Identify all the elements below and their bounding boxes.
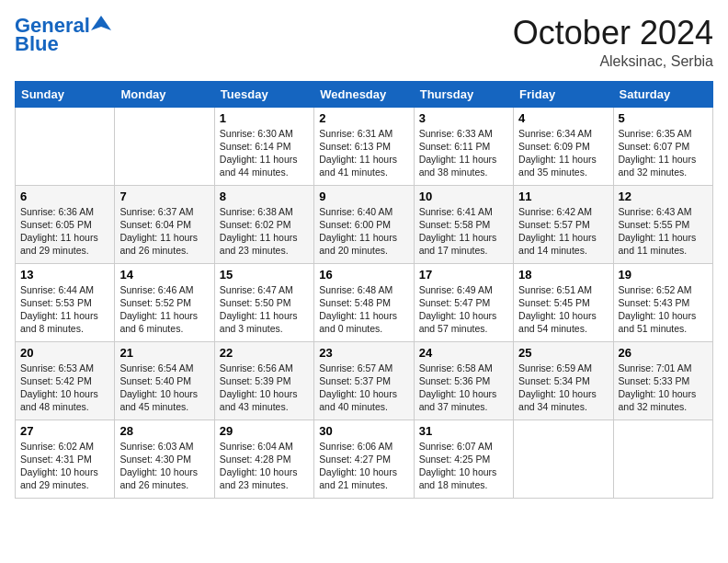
day-info: Sunrise: 6:43 AMSunset: 5:55 PMDaylight:… <box>619 205 708 258</box>
day-info: Sunrise: 6:53 AMSunset: 5:42 PMDaylight:… <box>20 362 109 414</box>
weekday-header-saturday: Saturday <box>613 81 712 107</box>
day-number: 31 <box>419 424 508 438</box>
day-info: Sunrise: 6:33 AMSunset: 6:11 PMDaylight:… <box>419 127 508 179</box>
day-info: Sunrise: 6:37 AMSunset: 6:04 PMDaylight:… <box>119 205 209 258</box>
day-info: Sunrise: 6:56 AMSunset: 5:39 PMDaylight:… <box>220 362 309 414</box>
logo-text-blue: Blue <box>15 33 59 55</box>
day-info: Sunrise: 6:49 AMSunset: 5:47 PMDaylight:… <box>419 283 508 336</box>
day-number: 28 <box>119 424 209 438</box>
calendar-week-5: 27Sunrise: 6:02 AMSunset: 4:31 PMDayligh… <box>16 419 713 498</box>
day-number: 8 <box>220 190 309 203</box>
day-number: 19 <box>619 268 708 282</box>
day-number: 20 <box>20 346 109 360</box>
calendar-cell: 2Sunrise: 6:31 AMSunset: 6:13 PMDaylight… <box>314 107 414 185</box>
location: Aleksinac, Serbia <box>513 53 713 70</box>
day-number: 23 <box>319 346 408 360</box>
calendar-cell: 3Sunrise: 6:33 AMSunset: 6:11 PMDaylight… <box>414 107 513 185</box>
day-info: Sunrise: 6:41 AMSunset: 5:58 PMDaylight:… <box>419 205 508 258</box>
day-info: Sunrise: 6:38 AMSunset: 6:02 PMDaylight:… <box>220 205 309 258</box>
calendar-week-2: 6Sunrise: 6:36 AMSunset: 6:05 PMDaylight… <box>16 185 713 263</box>
day-number: 27 <box>20 424 109 438</box>
calendar-cell: 11Sunrise: 6:42 AMSunset: 5:57 PMDayligh… <box>514 185 613 263</box>
day-info: Sunrise: 6:44 AMSunset: 5:53 PMDaylight:… <box>20 283 109 336</box>
day-info: Sunrise: 6:42 AMSunset: 5:57 PMDaylight:… <box>518 205 608 258</box>
day-number: 30 <box>319 424 408 438</box>
weekday-header-tuesday: Tuesday <box>214 81 313 107</box>
day-info: Sunrise: 6:51 AMSunset: 5:45 PMDaylight:… <box>518 283 608 336</box>
calendar-table: SundayMondayTuesdayWednesdayThursdayFrid… <box>15 81 713 499</box>
day-number: 10 <box>419 190 508 203</box>
day-number: 16 <box>319 268 408 282</box>
day-info: Sunrise: 6:47 AMSunset: 5:50 PMDaylight:… <box>220 283 309 336</box>
calendar-cell: 5Sunrise: 6:35 AMSunset: 6:07 PMDaylight… <box>613 107 712 185</box>
calendar-cell: 19Sunrise: 6:52 AMSunset: 5:43 PMDayligh… <box>613 263 712 341</box>
day-info: Sunrise: 6:59 AMSunset: 5:34 PMDaylight:… <box>518 362 608 414</box>
day-info: Sunrise: 6:52 AMSunset: 5:43 PMDaylight:… <box>619 283 708 336</box>
day-number: 5 <box>619 111 708 125</box>
day-number: 12 <box>619 190 708 203</box>
day-number: 24 <box>419 346 508 360</box>
day-number: 22 <box>220 346 309 360</box>
day-number: 17 <box>419 268 508 282</box>
calendar-cell: 17Sunrise: 6:49 AMSunset: 5:47 PMDayligh… <box>414 263 513 341</box>
day-info: Sunrise: 6:36 AMSunset: 6:05 PMDaylight:… <box>20 205 109 258</box>
day-number: 18 <box>518 268 608 282</box>
calendar-header-row: SundayMondayTuesdayWednesdayThursdayFrid… <box>16 81 713 107</box>
day-number: 21 <box>119 346 209 360</box>
day-number: 6 <box>20 190 109 203</box>
day-info: Sunrise: 6:54 AMSunset: 5:40 PMDaylight:… <box>119 362 209 414</box>
calendar-cell: 10Sunrise: 6:41 AMSunset: 5:58 PMDayligh… <box>414 185 513 263</box>
calendar-cell: 14Sunrise: 6:46 AMSunset: 5:52 PMDayligh… <box>115 263 214 341</box>
day-number: 7 <box>119 190 209 203</box>
calendar-cell: 16Sunrise: 6:48 AMSunset: 5:48 PMDayligh… <box>314 263 414 341</box>
calendar-cell: 6Sunrise: 6:36 AMSunset: 6:05 PMDaylight… <box>16 185 115 263</box>
day-info: Sunrise: 6:57 AMSunset: 5:37 PMDaylight:… <box>319 362 408 414</box>
calendar-cell: 29Sunrise: 6:04 AMSunset: 4:28 PMDayligh… <box>214 419 313 498</box>
day-info: Sunrise: 6:06 AMSunset: 4:27 PMDaylight:… <box>319 440 408 492</box>
day-number: 25 <box>518 346 608 360</box>
day-number: 3 <box>419 111 508 125</box>
calendar-cell: 13Sunrise: 6:44 AMSunset: 5:53 PMDayligh… <box>16 263 115 341</box>
day-number: 4 <box>518 111 608 125</box>
day-number: 11 <box>518 190 608 203</box>
calendar-cell: 31Sunrise: 6:07 AMSunset: 4:25 PMDayligh… <box>414 419 513 498</box>
day-info: Sunrise: 6:03 AMSunset: 4:30 PMDaylight:… <box>119 440 209 492</box>
day-info: Sunrise: 6:31 AMSunset: 6:13 PMDaylight:… <box>319 127 408 179</box>
day-info: Sunrise: 6:35 AMSunset: 6:07 PMDaylight:… <box>619 127 708 179</box>
day-info: Sunrise: 7:01 AMSunset: 5:33 PMDaylight:… <box>619 362 708 414</box>
calendar-cell: 12Sunrise: 6:43 AMSunset: 5:55 PMDayligh… <box>613 185 712 263</box>
calendar-week-1: 1Sunrise: 6:30 AMSunset: 6:14 PMDaylight… <box>16 107 713 185</box>
day-info: Sunrise: 6:48 AMSunset: 5:48 PMDaylight:… <box>319 283 408 336</box>
calendar-cell: 28Sunrise: 6:03 AMSunset: 4:30 PMDayligh… <box>115 419 214 498</box>
calendar-cell: 25Sunrise: 6:59 AMSunset: 5:34 PMDayligh… <box>514 341 613 419</box>
day-info: Sunrise: 6:46 AMSunset: 5:52 PMDaylight:… <box>119 283 209 336</box>
calendar-cell: 20Sunrise: 6:53 AMSunset: 5:42 PMDayligh… <box>16 341 115 419</box>
month-title: October 2024 <box>513 15 713 52</box>
calendar-cell: 9Sunrise: 6:40 AMSunset: 6:00 PMDaylight… <box>314 185 414 263</box>
day-number: 26 <box>619 346 708 360</box>
day-number: 15 <box>220 268 309 282</box>
day-info: Sunrise: 6:58 AMSunset: 5:36 PMDaylight:… <box>419 362 508 414</box>
calendar-cell: 15Sunrise: 6:47 AMSunset: 5:50 PMDayligh… <box>214 263 313 341</box>
calendar-cell: 22Sunrise: 6:56 AMSunset: 5:39 PMDayligh… <box>214 341 313 419</box>
calendar-cell: 24Sunrise: 6:58 AMSunset: 5:36 PMDayligh… <box>414 341 513 419</box>
day-number: 14 <box>119 268 209 282</box>
day-info: Sunrise: 6:02 AMSunset: 4:31 PMDaylight:… <box>20 440 109 492</box>
weekday-header-friday: Friday <box>514 81 613 107</box>
day-number: 2 <box>319 111 408 125</box>
calendar-body: 1Sunrise: 6:30 AMSunset: 6:14 PMDaylight… <box>16 107 713 498</box>
day-info: Sunrise: 6:04 AMSunset: 4:28 PMDaylight:… <box>220 440 309 492</box>
day-info: Sunrise: 6:34 AMSunset: 6:09 PMDaylight:… <box>518 127 608 179</box>
calendar-cell: 8Sunrise: 6:38 AMSunset: 6:02 PMDaylight… <box>214 185 313 263</box>
day-info: Sunrise: 6:40 AMSunset: 6:00 PMDaylight:… <box>319 205 408 258</box>
weekday-header-thursday: Thursday <box>414 81 513 107</box>
logo-icon <box>91 14 111 34</box>
svg-marker-0 <box>91 16 111 30</box>
calendar-cell <box>16 107 115 185</box>
calendar-cell <box>613 419 712 498</box>
calendar-cell: 7Sunrise: 6:37 AMSunset: 6:04 PMDaylight… <box>115 185 214 263</box>
page-header: General Blue October 2024 Aleksinac, Ser… <box>15 15 713 70</box>
calendar-cell <box>115 107 214 185</box>
day-number: 1 <box>220 111 309 125</box>
calendar-week-4: 20Sunrise: 6:53 AMSunset: 5:42 PMDayligh… <box>16 341 713 419</box>
